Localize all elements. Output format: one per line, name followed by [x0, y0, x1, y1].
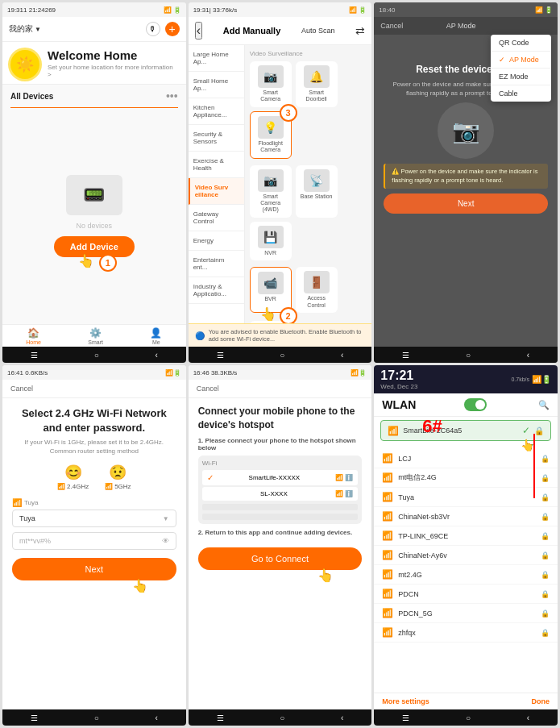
screen-welcome-home: 19:311 21:24269 📶 🔋 我的家 ▼ 🎙 + ☀️ Welcome…	[2, 2, 186, 363]
cat-security[interactable]: Security & Sensors	[189, 125, 244, 152]
android-home-3[interactable]: ○	[466, 351, 471, 360]
wlan-header: WLAN 6# 🔍	[374, 393, 558, 417]
wifi-lcj[interactable]: 📶 LCJ 🔒	[374, 449, 558, 468]
top-icons: 🎙 +	[146, 22, 180, 36]
cancel-button-3[interactable]: Cancel	[380, 22, 403, 30]
mode-ap-mode[interactable]: ✓ AP Mode	[491, 52, 551, 69]
android-bar-1: ☰ ○ ‹	[2, 347, 186, 363]
android-menu-3[interactable]: ☰	[402, 351, 409, 360]
scan-icon[interactable]: ⇄	[355, 24, 365, 37]
selected-wifi-row[interactable]: 📶 SmartLife-2C64a5 ✓ 🔒 👆	[380, 420, 551, 441]
cat-kitchen[interactable]: Kitchen Appliance...	[189, 98, 244, 125]
android-menu-6[interactable]: ☰	[402, 713, 409, 722]
hand-cursor-4: 👆	[132, 578, 148, 593]
search-icon-wlan[interactable]: 🔍	[538, 400, 550, 410]
hotspot-content: Connect your mobile phone to the device'…	[189, 398, 372, 709]
android-home-2[interactable]: ○	[280, 351, 284, 360]
wifi-chinanet-sb3vr[interactable]: 📶 ChinaNet-sb3Vr 🔒	[374, 507, 558, 526]
wifi-mt-dianxin[interactable]: 📶 mt电信2.4G 🔒	[374, 468, 558, 488]
device-smart-camera[interactable]: 📷 Smart Camera	[250, 61, 292, 107]
add-home-button[interactable]: +	[165, 22, 180, 36]
mode-ez-mode[interactable]: EZ Mode	[491, 69, 551, 85]
device-base-station[interactable]: 📡 Base Station	[296, 165, 338, 218]
mode-qr-code[interactable]: QR Code	[491, 35, 551, 52]
status-bar-3: 18:40 📶 🔋	[374, 2, 558, 17]
cancel-button-4[interactable]: Cancel	[10, 385, 33, 393]
android-menu-4[interactable]: ☰	[31, 713, 38, 722]
device-floodlight[interactable]: 💡 Floodlight Camera 3	[250, 111, 292, 159]
freq-5-item[interactable]: 😟 📶 5GHz	[105, 464, 131, 490]
device-doorbell[interactable]: 🔔 Smart Doorbell	[296, 61, 338, 107]
nav-smart[interactable]: ⚙️ Smart	[88, 327, 103, 345]
wifi-name-field[interactable]: Tuya ▼	[12, 510, 176, 527]
android-back-4[interactable]: ‹	[155, 713, 157, 722]
nav-me[interactable]: 👤 Me	[150, 327, 162, 345]
next-button-4[interactable]: Next	[12, 558, 176, 580]
cat-video-surveillance[interactable]: Video Surv eillance	[189, 178, 244, 205]
mic-button[interactable]: 🎙	[146, 22, 160, 36]
freq-24-label: 📶 2.4GHz	[57, 483, 89, 490]
cat-entertainment[interactable]: Entertainm ent...	[189, 251, 244, 277]
wifi-tplink[interactable]: 📶 TP-LINK_69CE 🔒	[374, 526, 558, 546]
auto-scan-label[interactable]: Auto Scan	[301, 27, 335, 35]
more-settings-btn[interactable]: More settings	[382, 697, 429, 705]
cat-gateway[interactable]: Gateway Control	[189, 205, 244, 231]
wifi-name-label: 📶 Tuya	[12, 498, 176, 507]
wifi-mt24g[interactable]: 📶 mt2.4G 🔒	[374, 565, 558, 584]
android-back-2[interactable]: ‹	[341, 351, 343, 360]
wifi-option-sl[interactable]: ✓ SL-XXXX 📶 ℹ️	[202, 487, 359, 501]
android-back-6[interactable]: ‹	[527, 713, 529, 722]
hand-cursor-6: 👆	[521, 439, 534, 451]
android-menu-5[interactable]: ☰	[217, 713, 224, 722]
password-field[interactable]: mt**vv#% 👁	[12, 532, 176, 550]
cat-industry[interactable]: Industry & Applicatio...	[189, 277, 244, 304]
device-camera-4wd[interactable]: 📷 Smart Camera (4WD)	[250, 165, 292, 218]
android-menu[interactable]: ☰	[31, 351, 38, 360]
go-connect-button[interactable]: Go to Connect	[198, 547, 363, 570]
device-bvr[interactable]: 📹 BVR 👆 2	[250, 267, 292, 313]
android-back-5[interactable]: ‹	[341, 713, 343, 722]
mode-cable[interactable]: Cable	[491, 85, 551, 102]
freq-24-item[interactable]: 😊 📶 2.4GHz	[57, 464, 89, 490]
android-back[interactable]: ‹	[155, 351, 157, 360]
cat-exercise[interactable]: Exercise & Health	[189, 152, 244, 178]
wifi-option-smartlife[interactable]: ✓ SmartLife-XXXXX 📶 ℹ️	[202, 470, 359, 485]
status-bar-4: 16:41 0.6KB/s 📶🔋	[2, 365, 186, 380]
android-home-4[interactable]: ○	[94, 713, 99, 722]
devices-menu-icon[interactable]: •••	[166, 89, 178, 102]
android-bar-6: ☰ ○ ‹	[374, 709, 558, 726]
android-home-5[interactable]: ○	[280, 713, 284, 722]
lock-icon-selected: 🔒	[534, 426, 544, 435]
wifi-tuya[interactable]: 📶 Tuya 🔒	[374, 488, 558, 507]
nav-home[interactable]: 🏠 Home	[26, 327, 41, 345]
done-btn[interactable]: Done	[532, 697, 550, 705]
home-nav-icon: 🏠	[27, 327, 39, 339]
smart-nav-icon: ⚙️	[89, 327, 102, 339]
wlan-toggle[interactable]	[464, 398, 487, 411]
cat-large-home[interactable]: Large Home Ap...	[189, 45, 244, 72]
wifi-zhfqx[interactable]: 📶 zhfqx 🔒	[374, 623, 558, 643]
wifi-pdcn[interactable]: 📶 PDCN 🔒	[374, 584, 558, 604]
devices-grid: Video Surveillance 📷 Smart Camera 🔔 Smar…	[245, 45, 372, 323]
cat-small-home[interactable]: Small Home Ap...	[189, 72, 244, 98]
device-access-control[interactable]: 🚪 Access Control	[296, 267, 338, 313]
wifi-chinanet-ay6v[interactable]: 📶 ChinaNet-Ay6v 🔒	[374, 546, 558, 565]
android-back-3[interactable]: ‹	[527, 351, 529, 360]
wifi-pdcn-5g[interactable]: 📶 PDCN_5G 🔒	[374, 604, 558, 623]
welcome-banner: ☀️ Welcome Home Set your home location f…	[2, 42, 186, 85]
device-nvr[interactable]: 💾 NVR	[250, 222, 292, 260]
smart-nav-label: Smart	[88, 339, 103, 345]
cat-energy[interactable]: Energy	[189, 231, 244, 251]
android-menu-2[interactable]: ☰	[217, 351, 224, 360]
android-home[interactable]: ○	[94, 351, 99, 360]
bluetooth-banner: 🔵 You are advised to enable Bluetooth. E…	[189, 323, 372, 347]
hand-cursor-2: 👆	[260, 306, 276, 322]
cancel-button-5[interactable]: Cancel	[197, 385, 219, 393]
status-bar-1: 19:311 21:24269 📶 🔋	[2, 2, 186, 17]
warning-box: ⚠️ Power on the device and make sure the…	[384, 164, 548, 189]
android-home-6[interactable]: ○	[466, 713, 471, 722]
next-button-3[interactable]: Next	[384, 193, 548, 214]
step-badge-2: 2	[280, 307, 297, 323]
selected-wifi-name: SmartLife-2C64a5	[403, 426, 518, 435]
back-button[interactable]: ‹	[195, 22, 202, 40]
